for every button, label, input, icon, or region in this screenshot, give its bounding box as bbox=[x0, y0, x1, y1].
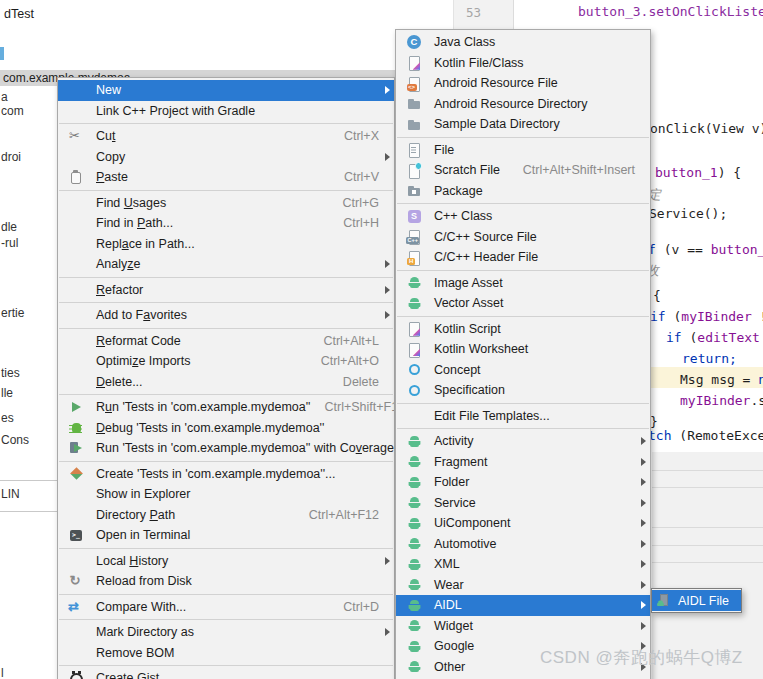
menu-item-find-usages[interactable]: Find UsagesCtrl+G bbox=[58, 193, 394, 214]
menu-item-folder[interactable]: Folder bbox=[396, 472, 650, 493]
menu-item-c-c-header-file[interactable]: C/C++ Header File bbox=[396, 247, 650, 268]
menu-item-java-class[interactable]: Java Class bbox=[396, 32, 650, 53]
menu-item-create-tests-in-com-example-mydemoa[interactable]: Create 'Tests in 'com.example.mydemoa''.… bbox=[58, 464, 394, 485]
menu-item-file[interactable]: File bbox=[396, 140, 650, 161]
menu-item-kotlin-file-class[interactable]: Kotlin File/Class bbox=[396, 53, 650, 74]
android-icon bbox=[406, 275, 422, 291]
menu-item-kotlin-worksheet[interactable]: Kotlin Worksheet bbox=[396, 339, 650, 360]
menu-item-label: Sample Data Directory bbox=[434, 117, 621, 131]
menu-item-label: Reformat Code bbox=[96, 334, 309, 348]
menu-item-c-class[interactable]: C++ Class bbox=[396, 206, 650, 227]
menu-item-widget[interactable]: Widget bbox=[396, 616, 650, 637]
menu-item-show-in-explorer[interactable]: Show in Explorer bbox=[58, 484, 394, 505]
menu-item-concept[interactable]: Concept bbox=[396, 360, 650, 381]
menu-item-reformat-code[interactable]: Reformat CodeCtrl+Alt+L bbox=[58, 331, 394, 352]
menu-item-scratch-file[interactable]: Scratch FileCtrl+Alt+Shift+Insert bbox=[396, 160, 650, 181]
menu-item-image-asset[interactable]: Image Asset bbox=[396, 273, 650, 294]
tree-item-fragment[interactable]: -rul bbox=[1, 236, 18, 250]
menu-item-sample-data-directory[interactable]: Sample Data Directory bbox=[396, 114, 650, 135]
menu-item-find-in-path[interactable]: Find in Path...Ctrl+H bbox=[58, 213, 394, 234]
tree-item-fragment[interactable]: ertie bbox=[1, 306, 24, 320]
tree-item-fragment[interactable]: LIN bbox=[1, 487, 20, 501]
tree-item-fragment[interactable]: l bbox=[1, 666, 4, 679]
menu-item-icon-slot bbox=[406, 321, 422, 337]
tree-item-fragment[interactable]: Cons bbox=[1, 433, 29, 447]
arrow-slot bbox=[379, 311, 390, 319]
menu-item-mark-directory-as[interactable]: Mark Directory as bbox=[58, 622, 394, 643]
menu-separator bbox=[397, 203, 649, 204]
code-token: button_2 bbox=[711, 242, 763, 257]
menu-item-icon-slot bbox=[406, 229, 422, 245]
menu-item-label: Java Class bbox=[434, 35, 621, 49]
menu-item-automotive[interactable]: Automotive bbox=[396, 534, 650, 555]
android-icon bbox=[406, 295, 422, 311]
menu-item-remove-bom[interactable]: Remove BOM bbox=[58, 643, 394, 664]
menu-item-new[interactable]: New bbox=[58, 80, 394, 101]
menu-item-vector-asset[interactable]: Vector Asset bbox=[396, 293, 650, 314]
menu-item-edit-file-templates[interactable]: Edit File Templates... bbox=[396, 406, 650, 427]
menu-item-icon-slot bbox=[406, 408, 422, 424]
tree-item-fragment[interactable]: com bbox=[1, 104, 24, 118]
reload-icon bbox=[68, 573, 84, 589]
android-icon bbox=[406, 638, 422, 654]
menu-item-label: Reload from Disk bbox=[96, 574, 365, 588]
compare-icon bbox=[68, 599, 84, 615]
android-icon bbox=[406, 618, 422, 634]
menu-item-directory-path[interactable]: Directory PathCtrl+Alt+F12 bbox=[58, 505, 394, 526]
menu-item-android-resource-directory[interactable]: Android Resource Directory bbox=[396, 94, 650, 115]
menu-item-android-resource-file[interactable]: Android Resource File bbox=[396, 73, 650, 94]
menu-item-activity[interactable]: Activity bbox=[396, 431, 650, 452]
menu-item-label: Add to Favorites bbox=[96, 308, 365, 322]
android-icon bbox=[406, 495, 422, 511]
code-fragment: tch (RemoteExcep bbox=[648, 428, 763, 443]
menu-item-create-gist[interactable]: Create Gist... bbox=[58, 668, 394, 679]
menu-item-local-history[interactable]: Local History bbox=[58, 551, 394, 572]
code-token: (RemoteExcep bbox=[671, 428, 763, 443]
menu-item-optimize-imports[interactable]: Optimize ImportsCtrl+Alt+O bbox=[58, 351, 394, 372]
menu-item-uicomponent[interactable]: UiComponent bbox=[396, 513, 650, 534]
menu-item-copy[interactable]: Copy bbox=[58, 147, 394, 168]
menu-item-aidl-file[interactable]: AIDL File bbox=[652, 590, 741, 611]
menu-item-label: Vector Asset bbox=[434, 296, 621, 310]
menu-item-debug-tests-in-com-example-mydemoa[interactable]: Debug 'Tests in 'com.example.mydemoa'' bbox=[58, 418, 394, 439]
menu-item-run-tests-in-com-example-mydemoa[interactable]: Run 'Tests in 'com.example.mydemoa''Ctrl… bbox=[58, 397, 394, 418]
menu-item-label: Directory Path bbox=[96, 508, 295, 522]
menu-item-package[interactable]: Package bbox=[396, 181, 650, 202]
menu-item-icon-slot bbox=[68, 670, 84, 679]
menu-item-paste[interactable]: PasteCtrl+V bbox=[58, 167, 394, 188]
menu-item-compare-with[interactable]: Compare With...Ctrl+D bbox=[58, 597, 394, 618]
tree-item-fragment[interactable]: es bbox=[1, 411, 14, 425]
menu-item-open-in-terminal[interactable]: Open in Terminal bbox=[58, 525, 394, 546]
menu-item-shortcut: Ctrl+X bbox=[330, 129, 379, 143]
menu-item-wear[interactable]: Wear bbox=[396, 575, 650, 596]
menu-item-label: Specification bbox=[434, 383, 621, 397]
menu-item-refactor[interactable]: Refactor bbox=[58, 280, 394, 301]
tree-item-fragment[interactable]: lle bbox=[1, 386, 13, 400]
menu-item-xml[interactable]: XML bbox=[396, 554, 650, 575]
menu-item-c-c-source-file[interactable]: C/C++ Source File bbox=[396, 227, 650, 248]
tree-item-fragment[interactable]: droi bbox=[1, 150, 21, 164]
tree-item-fragment[interactable]: ties bbox=[1, 366, 20, 380]
android-icon bbox=[406, 433, 422, 449]
menu-item-specification[interactable]: Specification bbox=[396, 380, 650, 401]
menu-item-add-to-favorites[interactable]: Add to Favorites bbox=[58, 305, 394, 326]
menu-item-service[interactable]: Service bbox=[396, 493, 650, 514]
menu-item-run-tests-in-com-example-mydemoa-with-co[interactable]: Run 'Tests in 'com.example.mydemoa'' wit… bbox=[58, 438, 394, 459]
menu-item-label: Debug 'Tests in 'com.example.mydemoa'' bbox=[96, 421, 365, 435]
menu-item-kotlin-script[interactable]: Kotlin Script bbox=[396, 319, 650, 340]
menu-item-icon-slot bbox=[68, 215, 84, 231]
menu-item-icon-slot bbox=[406, 362, 422, 378]
menu-item-icon-slot bbox=[406, 96, 422, 112]
menu-item-aidl[interactable]: AIDL bbox=[396, 595, 650, 616]
menu-item-link-c-project-with-gradle[interactable]: Link C++ Project with Gradle bbox=[58, 101, 394, 122]
tree-item-fragment[interactable]: dle bbox=[1, 220, 17, 234]
menu-item-delete[interactable]: Delete...Delete bbox=[58, 372, 394, 393]
menu-item-label: C++ Class bbox=[434, 209, 621, 223]
menu-item-label: Kotlin Script bbox=[434, 322, 621, 336]
menu-item-fragment[interactable]: Fragment bbox=[396, 452, 650, 473]
menu-item-analyze[interactable]: Analyze bbox=[58, 254, 394, 275]
menu-item-replace-in-path[interactable]: Replace in Path... bbox=[58, 234, 394, 255]
tree-item-fragment[interactable]: a bbox=[1, 90, 8, 104]
menu-item-cut[interactable]: CutCtrl+X bbox=[58, 126, 394, 147]
menu-item-reload-from-disk[interactable]: Reload from Disk bbox=[58, 571, 394, 592]
